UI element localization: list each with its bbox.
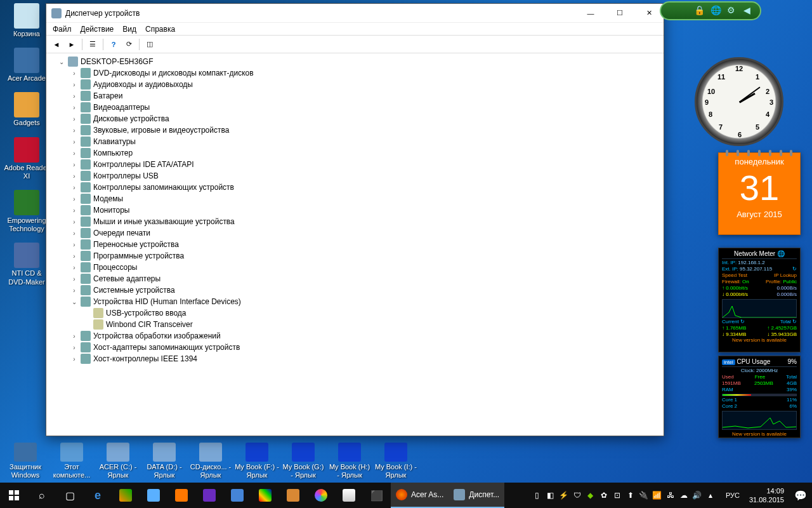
desktop-icon[interactable]: Защитник Windows [3,443,48,479]
back-button[interactable]: ◄ [50,38,63,51]
tray-icon[interactable]: ◧ [545,490,556,501]
chevron-left-icon[interactable]: ◀ [743,5,755,17]
tree-category[interactable]: ›Контроллеры USB [46,170,664,182]
taskbar-app-firefox[interactable]: Acer As... [391,483,449,508]
desktop-icon[interactable]: Этот компьюте... [49,443,94,479]
tray-icon[interactable]: 🛡 [572,490,583,501]
tray-icon[interactable]: ▯ [532,490,543,501]
desktop-icon[interactable]: DATA (D:) - Ярлык [142,443,187,479]
desktop-icon[interactable]: Acer Arcade [3,48,50,83]
help-icon[interactable]: ? [107,38,120,51]
desktop-icon[interactable]: NTI CD & DVD-Maker [3,243,50,286]
pinned-app-8[interactable] [307,483,335,508]
tree-category[interactable]: ›Системные устройства [46,284,664,296]
tree-root[interactable]: ⌄DESKTOP-E5H36GF [46,56,664,67]
pinned-app-2[interactable] [140,483,167,508]
tray-icon[interactable]: ⚡ [558,490,570,501]
store-icon[interactable]: ⬛ [363,483,391,508]
desktop-icon[interactable]: Gadgets [3,92,50,127]
desktop-icon[interactable]: ACER (C:) - Ярлык [96,443,140,479]
clock-widget[interactable]: 12 1 2 3 4 5 6 7 8 9 10 11 [695,57,783,146]
tree-device[interactable]: USB-устройство ввода [46,307,664,319]
tree-category[interactable]: ›DVD-дисководы и дисководы компакт-диско… [46,67,664,79]
pinned-app-5[interactable] [223,483,251,508]
tree-category[interactable]: ›Дисковые устройства [46,113,664,124]
calendar-month: Август 2015 [723,210,796,219]
cpu-meter-widget[interactable]: intel CPU Usage9% Clock: 2000MHz UsedFre… [718,356,801,438]
tree-category[interactable]: ›Программные устройства [46,250,664,262]
calendar-widget[interactable]: понедельник 31 Август 2015 [718,152,801,235]
tree-category[interactable]: ›Аудиовходы и аудиовыходы [46,79,664,90]
tray-icon[interactable]: 📶 [652,490,663,501]
tray-icon[interactable]: 🔌 [638,490,650,501]
tree-category[interactable]: ›Контроллеры запоминающих устройств [46,182,664,193]
desktop-icon[interactable]: Корзина [3,3,50,38]
globe-icon[interactable]: 🌐 [710,5,722,17]
menu-item[interactable]: Действие [81,25,114,34]
menu-item[interactable]: Справка [145,25,175,34]
tree-category[interactable]: ›Сетевые адаптеры [46,273,664,284]
tree-category[interactable]: ›Звуковые, игровые и видеоустройства [46,124,664,136]
minimize-button[interactable]: — [576,4,605,23]
tree-category[interactable]: ›Хост-контроллеры IEEE 1394 [46,353,664,364]
gear-icon[interactable]: ⚙ [727,5,738,17]
pinned-app-3[interactable] [167,483,195,508]
widget-launcher-bar[interactable]: 🔒 🌐 ⚙ ◀ [660,1,761,20]
menu-item[interactable]: Файл [53,25,72,34]
tree-category[interactable]: ›Мыши и иные указывающие устройства [46,216,664,227]
tree-category[interactable]: ›Батареи [46,90,664,102]
pinned-app-9[interactable] [335,483,363,508]
close-button[interactable]: ✕ [634,4,664,23]
maximize-button[interactable]: ☐ [605,4,634,23]
svg-rect-2 [9,496,13,500]
desktop-icon[interactable]: My Book (I:) - Ярлык [374,443,418,479]
tree-category[interactable]: ›Видеоадаптеры [46,102,664,113]
tree-category[interactable]: ›Переносные устройства [46,239,664,250]
tray-icon[interactable]: ◆ [585,490,596,501]
desktop-icon[interactable]: Empowering Technology [3,190,50,233]
tree-category[interactable]: ›Модемы [46,193,664,204]
volume-icon[interactable]: 🔊 [691,490,703,501]
tree-category[interactable]: ›Устройства обработки изображений [46,330,664,342]
search-icon[interactable]: ⌕ [28,483,56,508]
desktop-icon[interactable]: Adobe Reader XI [3,137,50,180]
titlebar[interactable]: Диспетчер устройств — ☐ ✕ [46,4,664,23]
desktop-icon[interactable]: CD-диско... - Ярлык [188,443,233,479]
taskbar-app-devmgr[interactable]: Диспет... [449,483,504,508]
task-view-icon[interactable]: ▢ [56,483,84,508]
desktop-icon[interactable]: My Book (H:) - Ярлык [327,443,372,479]
tray-icon[interactable]: ⬆ [625,490,636,501]
tray-icon[interactable]: 🖧 [665,490,676,501]
forward-button[interactable]: ► [65,38,78,51]
pinned-app-4[interactable] [195,483,223,508]
pinned-app-7[interactable] [279,483,307,508]
devices-icon[interactable]: ◫ [143,38,156,51]
chevron-up-icon[interactable]: ▴ [705,490,716,501]
desktop-icon[interactable]: My Book (F:) - Ярлык [235,443,279,479]
tree-category[interactable]: ›Клавиатуры [46,136,664,147]
tree-category[interactable]: ›Мониторы [46,204,664,216]
tree-device[interactable]: Winbond CIR Transceiver [46,319,664,330]
tree-category[interactable]: ›Компьютер [46,147,664,159]
notifications-icon[interactable]: 💬 [789,483,812,508]
tray-icon[interactable]: ☁ [678,490,690,501]
start-button[interactable] [0,483,28,508]
edge-icon[interactable]: e [84,483,112,508]
tray-icon[interactable]: ⊡ [612,490,623,501]
lock-icon[interactable]: 🔒 [694,5,705,17]
pinned-app-1[interactable] [112,483,140,508]
menu-item[interactable]: Вид [122,25,136,34]
scan-icon[interactable]: ⟳ [122,38,135,51]
pinned-app-6[interactable] [251,483,279,508]
desktop-icon[interactable]: My Book (G:) - Ярлык [281,443,325,479]
tree-category[interactable]: ›Хост-адаптеры запоминающих устройств [46,342,664,353]
tray-icon[interactable]: ✿ [598,490,610,501]
tree-view-icon[interactable]: ☰ [86,38,99,51]
tree-category[interactable]: ›Контроллеры IDE ATA/ATAPI [46,159,664,170]
language-indicator[interactable]: РУС [721,483,744,508]
tree-category[interactable]: ›Процессоры [46,262,664,273]
network-meter-widget[interactable]: Network Meter 🌐 Int. IP: 192.168.1.2 Ext… [718,248,801,352]
tree-category[interactable]: ›Очереди печати [46,227,664,239]
tree-category[interactable]: ⌄Устройства HID (Human Interface Devices… [46,296,664,307]
taskbar-clock[interactable]: 14:09 31.08.2015 [744,486,789,505]
